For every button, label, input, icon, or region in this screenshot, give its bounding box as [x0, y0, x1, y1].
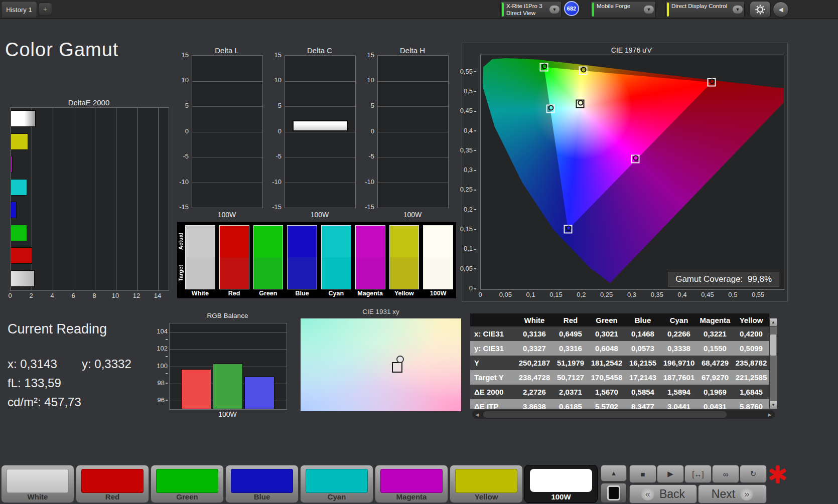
table-cell: 170,5458	[589, 370, 625, 385]
scroll-up-button[interactable]: ▲	[770, 318, 777, 326]
table-row: Y250,218751,1979181,254216,2155196,97106…	[470, 356, 769, 370]
refresh-icon: ↻	[750, 469, 757, 478]
table-header: Cyan	[661, 313, 697, 326]
collapse-panel-button[interactable]: ◀	[773, 2, 789, 18]
table-cell: 0,3221	[697, 326, 733, 341]
chevron-down-icon[interactable]: ▼	[644, 6, 654, 14]
target-swatch	[254, 257, 283, 289]
table-cell: 51,1979	[552, 356, 589, 370]
table-row: x: CIE310,31360,64950,30210,14680,22660,…	[470, 326, 769, 341]
next-button[interactable]: Next »	[698, 484, 767, 503]
pattern-button-red[interactable]: Red	[76, 465, 149, 503]
chevron-down-icon[interactable]: ▼	[733, 6, 743, 14]
x-tick-label: 10	[112, 292, 119, 299]
x-tick-label: 0,45	[701, 291, 714, 298]
stop-button[interactable]: ■	[629, 465, 656, 483]
refresh-button[interactable]: ↻	[740, 465, 767, 483]
pattern-button-cyan[interactable]: Cyan	[300, 465, 373, 503]
scroll-left-button[interactable]: ◀	[473, 411, 482, 418]
pattern-button-magenta[interactable]: Magenta	[375, 465, 448, 503]
deltae-bar-green	[11, 225, 27, 241]
y-tick-label: 104	[155, 327, 168, 343]
y-tick-label: 10	[274, 76, 282, 84]
y-tick-label: -15	[365, 203, 374, 211]
pattern-button-100w[interactable]: 100W	[524, 465, 598, 503]
cie-point-yellow	[579, 67, 588, 75]
measurement-table: WhiteRedGreenBlueCyanMagentaYellowx: CIE…	[470, 313, 777, 420]
horizontal-scrollbar[interactable]: ◀ ▶	[472, 410, 775, 419]
deltae-bar-red	[11, 247, 32, 264]
gridline	[285, 157, 355, 157]
table-cell: 0,0431	[697, 399, 733, 409]
actual-marker	[396, 356, 404, 363]
pattern-button-white[interactable]: White	[1, 465, 74, 503]
table-cell: 16,2155	[625, 356, 661, 370]
deltae-bar-yellow	[11, 133, 28, 150]
chevron-down-icon[interactable]: ▼	[549, 6, 560, 14]
table-cell: 2,0371	[552, 385, 589, 399]
arrow-up-icon: ▲	[611, 469, 617, 477]
reading-fl: fL: 133,59	[8, 376, 61, 390]
back-button[interactable]: « Back	[629, 484, 697, 503]
delta-h-chart: Delta H 151050-5-10-15 100W	[364, 46, 449, 222]
settings-button[interactable]	[750, 1, 771, 18]
comparator-target-label: Target	[178, 258, 185, 288]
table-cell: 3,0441	[661, 399, 697, 409]
target-swatch	[186, 257, 215, 289]
comparator-column-label: Magenta	[355, 290, 385, 297]
gridline	[378, 183, 448, 183]
table-cell: 0,6185	[552, 399, 589, 409]
pattern-button-green[interactable]: Green	[151, 465, 224, 503]
vertical-scrollbar[interactable]: ▲ ▼	[770, 326, 777, 409]
gamut-coverage-readout: Gamut Coverage: 99,8%	[668, 272, 779, 287]
loop-button[interactable]: ∞	[712, 465, 739, 483]
cie-point-white	[576, 100, 585, 108]
source-dropdown[interactable]: Mobile Forge ▼	[591, 1, 656, 18]
gridline	[285, 183, 355, 183]
scroll-down-button[interactable]: ▼	[770, 401, 777, 409]
horizontal-scroll-thumb[interactable]	[483, 411, 727, 418]
table-header: Blue	[625, 313, 661, 326]
y-axis-labels: 151050-5-10-15	[271, 55, 283, 207]
pattern-button-blue[interactable]: Blue	[225, 465, 299, 503]
chart-title: DeltaE 2000	[9, 98, 169, 107]
cie-point-cyan	[546, 104, 555, 113]
y-tick-label: 0,45	[459, 107, 476, 114]
x-tick-label: 0	[478, 291, 482, 298]
table-cell: 1,5894	[661, 385, 697, 399]
actual-swatch	[220, 226, 249, 257]
comparator-column-red	[219, 225, 249, 289]
tab-history-1[interactable]: History 1	[1, 1, 37, 18]
comparator-column-label: Red	[219, 290, 249, 297]
range-button[interactable]: [↔]	[684, 465, 712, 483]
table-row: y: CIE310,33270,33160,60480,05730,33380,…	[470, 341, 769, 356]
pattern-window-toggle[interactable]	[601, 483, 627, 503]
gridline	[192, 106, 262, 107]
gridline	[192, 183, 262, 183]
display-control-dropdown[interactable]: Direct Display Control ▼	[665, 1, 745, 18]
add-tab-button[interactable]: +	[38, 3, 52, 16]
display-control-name: Direct Display Control	[671, 3, 731, 10]
reading-x: x: 0,3143	[8, 357, 57, 371]
cie-point-blue	[564, 225, 573, 234]
cie-point-magenta	[631, 154, 639, 163]
meter-dropdown[interactable]: X-Rite i1Pro 3 Direct View ▼	[500, 1, 562, 18]
pattern-button-yellow[interactable]: Yellow	[450, 465, 523, 503]
pattern-up-button[interactable]: ▲	[601, 465, 627, 481]
play-button[interactable]: ▶	[657, 465, 684, 483]
y-tick-label: 0,2	[459, 206, 476, 213]
y-tick-label: 0	[371, 127, 374, 135]
scroll-right-button[interactable]: ▶	[765, 411, 774, 418]
spectracal-logo	[768, 463, 788, 485]
table-cell: 0,1468	[625, 326, 661, 341]
comparator-column-yellow	[389, 225, 420, 289]
meter-status-stripe	[502, 3, 504, 17]
y-tick-label: 5	[278, 102, 282, 109]
table-cell: 0,1969	[697, 385, 733, 399]
actual-swatch	[186, 226, 215, 257]
target-swatch	[322, 257, 351, 289]
x-tick-label: 4	[50, 292, 54, 299]
y-tick-label: -15	[179, 203, 189, 211]
table-cell: 0,3021	[589, 326, 625, 341]
vertical-scroll-thumb[interactable]	[770, 334, 776, 356]
